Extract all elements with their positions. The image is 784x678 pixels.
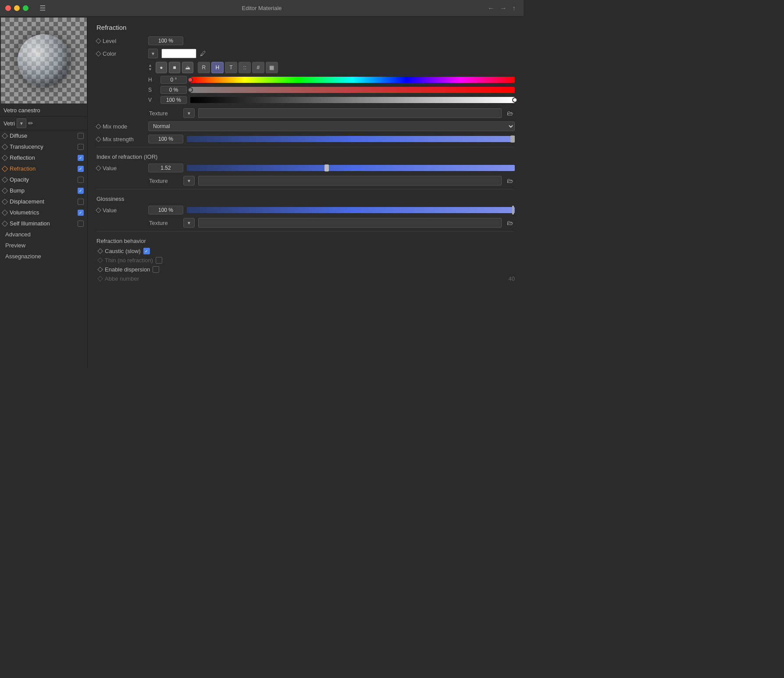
sidebar-item-preview[interactable]: Preview	[0, 240, 87, 251]
mix-strength-slider[interactable]	[187, 136, 515, 142]
diffuse-checkbox[interactable]	[78, 133, 84, 139]
collapse-down-icon[interactable]: ▼	[148, 68, 152, 71]
value-row: V	[148, 96, 515, 104]
sidebar-item-label: Opacity	[10, 176, 75, 183]
abbe-value: 40	[509, 275, 515, 282]
sidebar-item-refraction[interactable]: Refraction	[0, 163, 87, 174]
dispersion-checkbox[interactable]	[153, 266, 159, 273]
hue-label: H	[148, 77, 157, 83]
square-shape-btn[interactable]: ■	[169, 62, 180, 73]
saturation-label: S	[148, 87, 157, 93]
saturation-slider-thumb[interactable]	[188, 87, 193, 93]
caustic-diamond-icon	[97, 248, 103, 254]
mode-r-button[interactable]: R	[198, 62, 210, 73]
caustic-checkbox[interactable]	[143, 248, 150, 254]
dispersion-row: Enable dispersion	[96, 266, 515, 273]
sidebar-item-diffuse[interactable]: Diffuse	[0, 130, 87, 141]
thin-checkbox[interactable]	[156, 257, 162, 264]
sidebar-item-assegnazione[interactable]: Assegnazione	[0, 251, 87, 262]
folder-icon-glossiness[interactable]: 🗁	[505, 219, 515, 226]
minimize-button[interactable]	[14, 5, 20, 11]
mode-grid-button[interactable]: ::	[239, 62, 251, 73]
value-slider[interactable]	[190, 97, 515, 103]
saturation-input[interactable]	[160, 86, 187, 94]
circle-shape-btn[interactable]: ●	[156, 62, 167, 73]
texture-dropdown-ior[interactable]: ▼	[183, 176, 195, 186]
color-swatch[interactable]	[161, 49, 196, 58]
sidebar-item-displacement[interactable]: Displacement	[0, 196, 87, 207]
mix-mode-label: Mix mode	[96, 123, 145, 130]
ior-input[interactable]	[148, 164, 183, 172]
menu-icon[interactable]: ☰	[39, 4, 46, 12]
abbe-label: Abbe number	[105, 275, 506, 282]
texture-label-ior: Texture	[149, 178, 180, 184]
caustic-row: Caustic (slow)	[96, 248, 515, 254]
mode-palette-button[interactable]: ▦	[266, 62, 278, 73]
sidebar-item-bump[interactable]: Bump	[0, 185, 87, 196]
hue-input[interactable]	[160, 76, 187, 84]
sidebar-item-advanced[interactable]: Advanced	[0, 229, 87, 240]
mix-mode-select[interactable]: Normal Multiply Screen	[148, 121, 515, 131]
mix-mode-row: Mix mode Normal Multiply Screen	[96, 121, 515, 131]
eyedropper-icon[interactable]: 🖊	[200, 50, 206, 57]
level-input[interactable]	[148, 36, 183, 45]
glossiness-input[interactable]	[148, 206, 183, 214]
divider-1	[96, 147, 515, 147]
texture-bar-glossiness	[198, 218, 502, 228]
value-input[interactable]	[160, 96, 187, 104]
texture-dropdown-color[interactable]: ▼	[183, 108, 195, 118]
material-edit-icon[interactable]: ✏	[28, 120, 33, 127]
sidebar-item-label: Refraction	[10, 165, 75, 172]
ior-slider[interactable]	[187, 165, 515, 171]
glossiness-title: Glossiness	[96, 196, 515, 202]
translucency-checkbox[interactable]	[78, 144, 84, 150]
diamond-icon	[2, 187, 8, 193]
hue-slider[interactable]	[190, 77, 515, 83]
bump-checkbox[interactable]	[78, 188, 84, 194]
refraction-checkbox[interactable]	[78, 166, 84, 172]
main-layout: Vetro canestro Vetri ▼ ✏ Diffuse Translu…	[0, 17, 524, 368]
texture-label-glossiness: Texture	[149, 220, 180, 226]
thin-diamond-icon	[97, 257, 103, 263]
mode-h-button[interactable]: H	[211, 62, 224, 73]
forward-button[interactable]: →	[499, 4, 508, 12]
gradient-shape-btn[interactable]: ⛰	[182, 62, 193, 73]
up-button[interactable]: ↑	[511, 4, 517, 12]
close-button[interactable]	[5, 5, 11, 11]
section-title: Refraction	[96, 24, 515, 31]
mix-strength-slider-container	[187, 136, 515, 142]
hue-slider-thumb[interactable]	[188, 77, 193, 82]
displacement-checkbox[interactable]	[78, 199, 84, 205]
self-illumination-checkbox[interactable]	[78, 221, 84, 227]
mode-hash-button[interactable]: #	[252, 62, 264, 73]
glossiness-slider-thumb[interactable]	[512, 206, 514, 214]
opacity-checkbox[interactable]	[78, 177, 84, 183]
reflection-checkbox[interactable]	[78, 155, 84, 161]
level-label: Level	[96, 38, 145, 44]
sidebar-item-opacity[interactable]: Opacity	[0, 174, 87, 185]
mode-t-button[interactable]: T	[225, 62, 237, 73]
mix-strength-thumb[interactable]	[510, 136, 515, 143]
maximize-button[interactable]	[23, 5, 29, 11]
value-slider-thumb[interactable]	[512, 97, 517, 103]
mix-strength-input[interactable]	[148, 135, 183, 143]
sidebar-item-reflection[interactable]: Reflection	[0, 152, 87, 163]
window-title: Editor Materiale	[242, 5, 282, 11]
back-button[interactable]: ←	[487, 4, 495, 12]
volumetrics-checkbox[interactable]	[78, 210, 84, 216]
material-type-label: Vetri	[4, 120, 15, 127]
sidebar-item-self-illumination[interactable]: Self Illumination	[0, 218, 87, 229]
texture-dropdown-glossiness[interactable]: ▼	[183, 218, 195, 228]
ior-slider-thumb[interactable]	[324, 164, 329, 171]
folder-icon-ior[interactable]: 🗁	[505, 177, 515, 184]
nav-arrows: ← → ↑	[487, 4, 517, 12]
sidebar-item-volumetrics[interactable]: Volumetrics	[0, 207, 87, 218]
glossiness-slider[interactable]	[187, 207, 515, 213]
color-dropdown-arrow[interactable]: ▼	[148, 49, 158, 58]
material-type-dropdown[interactable]: ▼	[17, 118, 26, 128]
folder-icon-color[interactable]: 🗁	[505, 110, 515, 117]
sidebar-item-translucency[interactable]: Translucency	[0, 141, 87, 152]
color-mode-buttons: R H T :: # ▦	[198, 62, 278, 73]
saturation-slider[interactable]	[190, 87, 515, 93]
hsv-section: H S V	[96, 76, 515, 104]
